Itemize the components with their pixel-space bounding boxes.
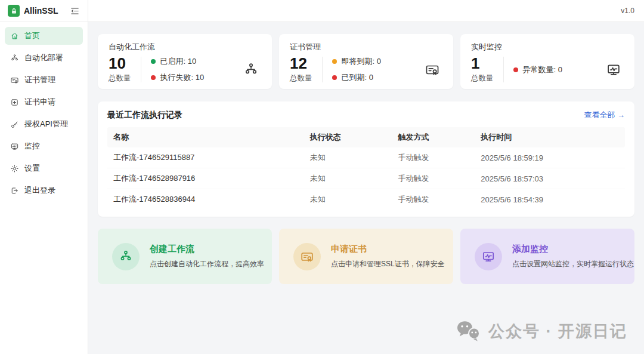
sidebar-item-label: 授权API管理 [24, 119, 68, 130]
certificate-apply-icon [10, 98, 19, 107]
stat-total: 12 总数量 [290, 56, 312, 84]
stat-title: 证书管理 [290, 42, 442, 53]
apply-certificate-card[interactable]: 申请证书 点击申请和管理SSL证书，保障安全 [279, 229, 453, 284]
stat-card-certificates: 证书管理 12 总数量 即将到期: 0 已到期: 0 [279, 34, 453, 89]
table-header-row: 名称 执行状态 触发方式 执行时间 [107, 127, 625, 147]
stat-value-label: 总数量 [471, 73, 494, 84]
status-dot [151, 75, 156, 80]
wechat-icon [456, 320, 482, 342]
sidebar-item-logout[interactable]: 退出登录 [5, 181, 83, 199]
metric-failed: 执行失败: 10 [151, 72, 239, 83]
sidebar-item-cert-apply[interactable]: 证书申请 [5, 93, 83, 111]
stat-value-label: 总数量 [109, 73, 131, 84]
api-key-icon [10, 120, 19, 129]
watermark-text: 公众号 · 开源日记 [488, 321, 627, 342]
sidebar-item-label: 设置 [24, 163, 40, 174]
app-logo-row: AllinSSL [0, 0, 88, 22]
status-dot [332, 75, 337, 80]
sidebar-item-api-auth[interactable]: 授权API管理 [5, 115, 83, 133]
stat-value-label: 总数量 [290, 73, 312, 84]
stat-card-workflows: 自动化工作流 10 总数量 已启用: 10 执行失败: 10 [98, 34, 272, 89]
workflow-icon [119, 250, 133, 264]
sidebar-item-label: 证书管理 [24, 75, 55, 85]
metric-abnormal: 异常数量: 0 [513, 64, 602, 75]
sidebar-item-home[interactable]: 首页 [5, 27, 83, 45]
certificate-icon [10, 76, 19, 85]
gear-icon [10, 164, 19, 173]
stat-title: 实时监控 [471, 42, 624, 53]
status-dot [513, 67, 518, 72]
col-header-time: 执行时间 [475, 127, 625, 147]
col-header-status: 执行状态 [304, 127, 392, 147]
stats-row: 自动化工作流 10 总数量 已启用: 10 执行失败: 10 [98, 34, 634, 89]
action-title: 添加监控 [512, 244, 634, 255]
sidebar-collapse-icon[interactable] [70, 5, 80, 16]
table-row[interactable]: 工作流-1746529115887 未知 手动触发 2025/5/6 18:59… [107, 147, 625, 168]
sidebar-item-cert-manage[interactable]: 证书管理 [5, 71, 83, 89]
table-row[interactable]: 工作流-1746528836944 未知 手动触发 2025/5/6 18:54… [107, 189, 625, 210]
sidebar-item-label: 监控 [24, 141, 40, 152]
monitor-icon [10, 142, 19, 151]
sidebar-item-settings[interactable]: 设置 [5, 159, 83, 177]
app-logo-lock-icon [8, 5, 20, 17]
workflow-icon [10, 54, 19, 63]
action-desc: 点击设置网站监控，实时掌握运行状态 [512, 259, 634, 269]
divider [322, 57, 323, 82]
records-table: 名称 执行状态 触发方式 执行时间 工作流-1746529115887 未知 手… [107, 127, 625, 210]
metric-enabled: 已启用: 10 [151, 56, 239, 67]
records-title: 最近工作流执行记录 [107, 110, 182, 121]
main-content: 自动化工作流 10 总数量 已启用: 10 执行失败: 10 [88, 22, 644, 354]
monitor-icon [606, 62, 621, 78]
sidebar-item-label: 自动化部署 [24, 53, 63, 63]
action-desc: 点击创建自动化工作流程，提高效率 [150, 259, 264, 269]
metric-expired: 已到期: 0 [332, 72, 420, 83]
quick-actions-row: 创建工作流 点击创建自动化工作流程，提高效率 申请证书 点击申请和管理SSL证书… [98, 229, 634, 284]
stat-value: 12 [290, 56, 312, 72]
stat-total: 10 总数量 [109, 56, 131, 84]
certificate-icon [425, 62, 440, 78]
watermark: 公众号 · 开源日记 [456, 320, 627, 342]
app-name: AllinSSL [24, 6, 66, 16]
table-row[interactable]: 工作流-1746528987916 未知 手动触发 2025/5/6 18:57… [107, 168, 625, 189]
stat-title: 自动化工作流 [109, 42, 261, 53]
status-dot [151, 59, 156, 64]
sidebar-item-label: 证书申请 [24, 97, 55, 107]
certificate-icon [300, 250, 314, 264]
status-dot [332, 59, 337, 64]
workflow-icon [243, 62, 259, 78]
sidebar-item-label: 首页 [24, 30, 40, 41]
app-version: v1.0 [621, 7, 634, 15]
action-desc: 点击申请和管理SSL证书，保障安全 [331, 259, 445, 269]
create-workflow-card[interactable]: 创建工作流 点击创建自动化工作流程，提高效率 [98, 229, 272, 284]
sidebar-item-label: 退出登录 [24, 185, 55, 196]
metric-expiring: 即将到期: 0 [332, 56, 420, 67]
logout-icon [10, 186, 19, 195]
recent-records-card: 最近工作流执行记录 查看全部 → 名称 执行状态 触发方式 执行时间 工作流-1… [98, 101, 634, 217]
monitor-icon [481, 250, 496, 264]
stat-total: 1 总数量 [471, 56, 494, 84]
topbar: v1.0 [88, 0, 644, 22]
stat-value: 1 [471, 56, 494, 72]
divider [141, 57, 141, 82]
sidebar-item-auto-deploy[interactable]: 自动化部署 [5, 49, 83, 67]
col-header-name: 名称 [107, 127, 304, 147]
stat-value: 10 [109, 56, 131, 72]
action-title: 申请证书 [331, 244, 445, 255]
view-all-link[interactable]: 查看全部 → [584, 110, 625, 121]
add-monitor-card[interactable]: 添加监控 点击设置网站监控，实时掌握运行状态 [460, 229, 634, 284]
col-header-trigger: 触发方式 [392, 127, 475, 147]
sidebar: AllinSSL 首页 自动化部署 证书管理 证书申请 授权API管理 监控 [0, 0, 88, 354]
divider [503, 57, 504, 82]
stat-card-monitoring: 实时监控 1 总数量 异常数量: 0 [460, 34, 634, 89]
sidebar-item-monitor[interactable]: 监控 [5, 137, 83, 155]
action-title: 创建工作流 [150, 244, 264, 255]
sidebar-menu: 首页 自动化部署 证书管理 证书申请 授权API管理 监控 设置 退出登录 [0, 22, 88, 208]
home-icon [10, 32, 19, 41]
